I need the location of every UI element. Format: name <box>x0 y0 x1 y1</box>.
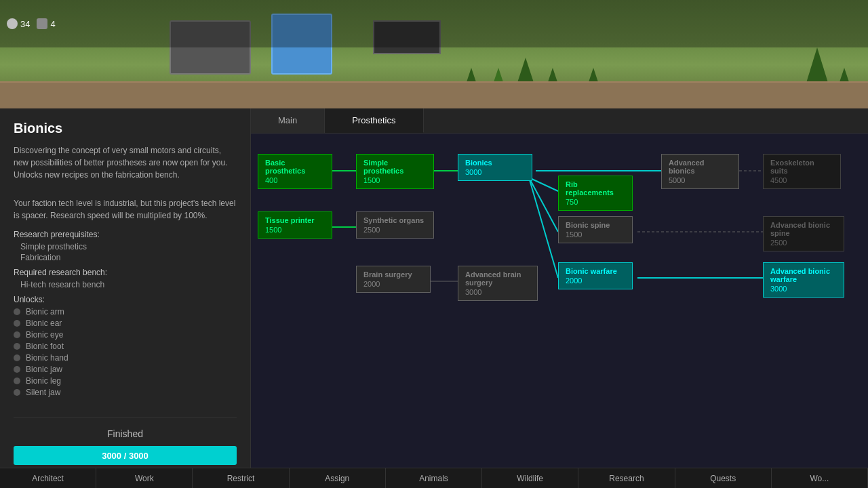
node-adv-bionic-warfare[interactable]: Advanced bionic warfare 3000 <box>763 262 844 298</box>
tab-prosthetics[interactable]: Prosthetics <box>325 108 423 133</box>
bench-value: Hi-tech research bench <box>14 280 237 289</box>
tab-main[interactable]: Main <box>251 108 325 133</box>
unlock-silent-jaw: Silent jaw <box>14 388 237 397</box>
resource-gold: 4 <box>37 18 55 29</box>
unlock-dot <box>14 308 20 315</box>
nav-architect[interactable]: Architect <box>0 468 96 488</box>
nav-animals[interactable]: Animals <box>386 468 482 488</box>
left-sidebar: Bionics Discovering the concept of very … <box>0 108 251 468</box>
unlock-dot <box>14 343 20 350</box>
unlock-dot <box>14 378 20 384</box>
unlock-bionic-arm: Bionic arm <box>14 307 237 317</box>
nav-assign[interactable]: Assign <box>290 468 386 488</box>
node-bionics[interactable]: Bionics 3000 <box>458 154 532 181</box>
nav-work[interactable]: Work <box>96 468 193 488</box>
main-panel: Bionics Discovering the concept of very … <box>0 108 868 468</box>
research-tree: Basic prosthetics 400 Simple prosthetics… <box>251 134 868 468</box>
svg-line-5 <box>529 178 558 278</box>
unlock-bionic-jaw: Bionic jaw <box>14 365 237 374</box>
gold-count: 4 <box>50 19 55 29</box>
unlock-bionic-foot: Bionic foot <box>14 342 237 351</box>
node-adv-bionic-spine[interactable]: Advanced bionic spine 2500 <box>763 216 844 251</box>
unlock-bionic-leg: Bionic leg <box>14 376 237 386</box>
unlock-bionic-ear: Bionic ear <box>14 319 237 328</box>
svg-line-4 <box>529 178 558 232</box>
unlock-bionic-eye: Bionic eye <box>14 330 237 340</box>
svg-line-3 <box>529 178 558 191</box>
node-simple-prosthetics[interactable]: Simple prosthetics 1500 <box>356 154 434 189</box>
node-synthetic-organs[interactable]: Synthetic organs 2500 <box>356 211 434 239</box>
bottom-nav: Architect Work Restrict Assign Animals W… <box>0 468 868 488</box>
unlock-dot <box>14 354 20 361</box>
node-bionic-warfare[interactable]: Bionic warfare 2000 <box>558 262 633 289</box>
unlocks-label: Unlocks: <box>14 295 237 304</box>
prereq-item-2: Fabrication <box>14 253 237 262</box>
progress-text: 3000 / 3000 <box>102 451 149 461</box>
research-status: Finished <box>14 428 237 439</box>
nav-research[interactable]: Research <box>578 468 675 488</box>
unlock-dot <box>14 320 20 327</box>
hud-bar: 34 4 <box>0 0 868 47</box>
unlocks-list: Bionic arm Bionic ear Bionic eye Bionic … <box>14 307 237 397</box>
nav-restrict[interactable]: Restrict <box>193 468 289 488</box>
prereq-label: Research prerequisites: <box>14 230 237 239</box>
research-title: Bionics <box>14 121 237 136</box>
prereq-item-1: Simple prosthetics <box>14 242 237 251</box>
silver-count: 34 <box>20 19 30 29</box>
node-rib-replacements[interactable]: Rib replacements 750 <box>558 176 633 211</box>
unlock-dot <box>14 366 20 373</box>
node-advanced-bionics[interactable]: Advanced bionics 5000 <box>661 154 739 189</box>
unlock-bionic-hand: Bionic hand <box>14 353 237 363</box>
node-tissue-printer[interactable]: Tissue printer 1500 <box>258 211 332 239</box>
sidebar-status: Finished 3000 / 3000 <box>14 418 237 465</box>
nav-quests[interactable]: Quests <box>675 468 772 488</box>
nav-wildlife[interactable]: Wildlife <box>482 468 578 488</box>
node-basic-prosthetics[interactable]: Basic prosthetics 400 <box>258 154 332 189</box>
node-adv-brain-surgery[interactable]: Advanced brain surgery 3000 <box>458 266 538 301</box>
progress-bar-container: 3000 / 3000 <box>14 446 237 465</box>
resource-silver: 34 <box>7 18 30 29</box>
bench-label: Required research bench: <box>14 268 237 277</box>
research-description: Discovering the concept of very small mo… <box>14 144 237 222</box>
nav-more[interactable]: Wo... <box>772 468 868 488</box>
right-content: Main Prosthetics <box>251 108 868 468</box>
node-brain-surgery[interactable]: Brain surgery 2000 <box>356 266 431 293</box>
node-exoskeleton-suits[interactable]: Exoskeleton suits 4500 <box>763 154 841 189</box>
progress-bar: 3000 / 3000 <box>14 446 237 465</box>
node-bionic-spine[interactable]: Bionic spine 1500 <box>558 216 633 243</box>
tabs-bar: Main Prosthetics <box>251 108 868 134</box>
unlock-dot <box>14 331 20 338</box>
unlock-dot <box>14 389 20 396</box>
